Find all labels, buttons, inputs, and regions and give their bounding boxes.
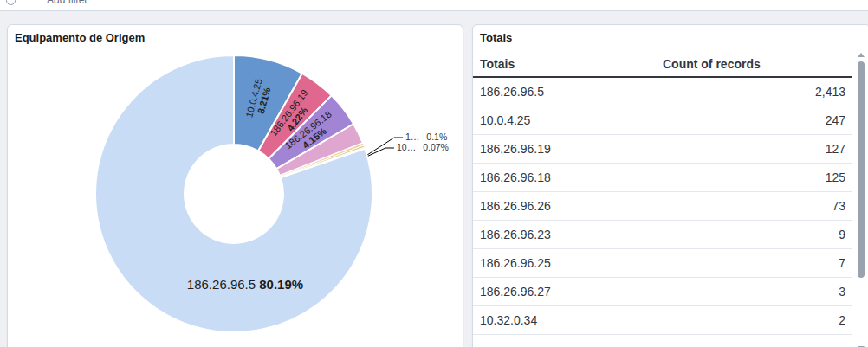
slice-label-large: 186.26.96.5 80.19% — [187, 277, 303, 292]
column-header-totais[interactable]: Totais — [473, 57, 663, 71]
filter-bar: Add filter — [0, 0, 868, 11]
table-row[interactable]: 186.26.96.52,413 — [473, 78, 852, 106]
cell-count[interactable]: 73 — [663, 199, 852, 213]
leader-label: 10…0.07% — [397, 142, 449, 152]
leader-label: 1…0.1% — [405, 132, 447, 142]
table-scrollbar[interactable] — [856, 53, 866, 347]
cell-totais[interactable]: 186.26.96.23 — [473, 228, 663, 241]
pie-chart-panel: Equipamento de Origem 10.0.4.258.21%186.… — [7, 24, 463, 347]
cell-count[interactable]: 247 — [663, 113, 852, 127]
table-row[interactable]: 10.32.0.342 — [473, 306, 852, 335]
cell-count[interactable]: 3 — [663, 285, 852, 299]
cell-count[interactable]: 2,413 — [663, 85, 852, 99]
table-panel-title: Totais — [480, 31, 512, 44]
cell-count[interactable]: 9 — [663, 228, 852, 241]
cell-totais[interactable]: 186.26.96.18 — [473, 170, 663, 184]
cell-totais[interactable]: 10.32.0.34 — [473, 313, 663, 327]
cell-count[interactable]: 127 — [663, 142, 852, 156]
table-row[interactable]: 186.26.96.257 — [473, 249, 852, 278]
cell-totais[interactable]: 186.26.96.19 — [473, 142, 663, 156]
table-row[interactable]: 186.26.96.19127 — [473, 135, 852, 164]
totals-table: Totais Count of records 186.26.96.52,413… — [473, 51, 852, 335]
add-filter-button[interactable]: Add filter — [47, 0, 87, 6]
cell-totais[interactable]: 186.26.96.25 — [473, 256, 663, 270]
cell-count[interactable]: 7 — [663, 256, 852, 270]
add-filter-plus-icon[interactable] — [6, 0, 16, 5]
cell-totais[interactable]: 10.0.4.25 — [473, 113, 663, 127]
cell-totais[interactable]: 186.26.96.26 — [473, 199, 663, 213]
scrollbar-up-icon[interactable] — [858, 53, 865, 57]
leader-line — [365, 148, 394, 157]
table-row[interactable]: 186.26.96.18125 — [473, 164, 852, 192]
cell-count[interactable]: 125 — [663, 170, 852, 184]
donut-chart[interactable]: 10.0.4.258.21%186.26.96.194.22%186.26.96… — [8, 25, 463, 347]
totals-table-panel: Totais Totais Count of records 186.26.96… — [472, 24, 868, 347]
table-row[interactable]: 186.26.96.239 — [473, 221, 852, 249]
cell-totais[interactable]: 186.26.96.27 — [473, 285, 663, 299]
scrollbar-thumb[interactable] — [858, 61, 865, 278]
table-row[interactable]: 186.26.96.2673 — [473, 192, 852, 221]
table-row[interactable]: 10.0.4.25247 — [473, 106, 852, 135]
table-row[interactable]: 186.26.96.273 — [473, 278, 852, 306]
table-header-row: Totais Count of records — [473, 51, 852, 78]
column-header-count[interactable]: Count of records — [663, 57, 852, 71]
table-body: 186.26.96.52,41310.0.4.25247186.26.96.19… — [473, 78, 852, 335]
cell-count[interactable]: 2 — [663, 313, 852, 327]
cell-totais[interactable]: 186.26.96.5 — [473, 85, 663, 99]
